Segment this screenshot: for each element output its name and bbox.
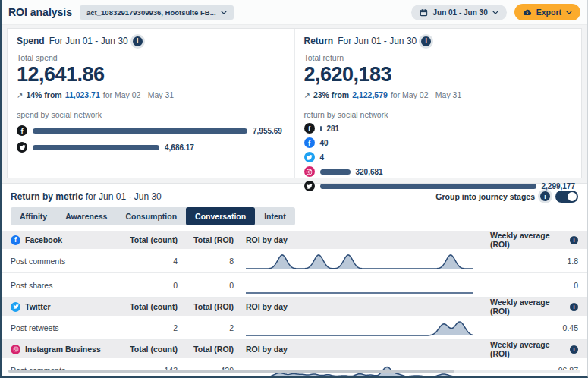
calendar-icon (420, 8, 428, 17)
return-panel: Return For Jun 01 - Jun 30 i Total retur… (294, 29, 582, 178)
export-label: Export (536, 8, 561, 17)
return-bar-twitter: 4 (304, 152, 573, 162)
twitter-icon (304, 152, 315, 162)
summary-cards: Spend For Jun 01 - Jun 30 i Total spend … (7, 28, 582, 178)
tab-consumption[interactable]: Consumption (116, 207, 186, 225)
facebook-icon: f (304, 137, 315, 148)
twitter-dark-icon (17, 142, 27, 153)
return-facebook-value: 40 (320, 139, 329, 147)
metric-name: Post retweets (11, 323, 109, 332)
increase-arrow-icon: ↗ (17, 91, 23, 99)
column-header-roi-by-day: ROI by day (234, 302, 490, 311)
return-bar-facebook: f 40 (304, 137, 573, 148)
column-header-count: Total (count) (109, 302, 178, 311)
horizontal-scrollbar[interactable] (8, 370, 580, 373)
tab-affinity[interactable]: Affinity (11, 207, 56, 225)
spend-bar-twitter: 4,686.17 (17, 142, 285, 153)
tab-awareness[interactable]: Awareness (56, 207, 116, 225)
spend-period: For Jun 01 - Jun 30 (49, 36, 128, 46)
chevron-down-icon (492, 11, 498, 14)
return-delta: ↗ 23% from 2,122,579 for May 02 - May 31 (304, 90, 573, 99)
return-breakdown-label: return by social network (304, 110, 573, 119)
export-button[interactable]: Export (514, 4, 580, 20)
return-previous-value-link[interactable]: 2,122,579 (352, 90, 388, 99)
section-network-name: Twitter (25, 302, 51, 311)
top-bar: ROI analysis act_108329179309936, Hootsu… (2, 0, 587, 25)
return-twitter-dark-value: 2,299,177 (542, 182, 576, 191)
return-instagram-bar (320, 169, 351, 175)
spend-title: Spend For Jun 01 - Jun 30 i (17, 36, 285, 46)
column-header-roi-by-day: ROI by day (234, 235, 490, 244)
return-by-metric-section: Return by metric for Jun 01 - Jun 30 Gro… (2, 183, 587, 378)
return-twitter-dark-bar (320, 184, 536, 189)
group-journey-stages-toggle[interactable] (555, 191, 578, 203)
return-facebook-page-value: 281 (327, 124, 340, 133)
spend-facebook-bar (33, 128, 247, 134)
spend-panel: Spend For Jun 01 - Jun 30 i Total spend … (8, 29, 294, 178)
date-range-picker[interactable]: Jun 01 - Jun 30 (411, 5, 506, 20)
chevron-down-icon (566, 11, 572, 14)
spend-delta-pct: 14% from (26, 90, 61, 99)
cloud-download-icon (523, 8, 532, 16)
spend-delta-period: for May 02 - May 31 (103, 90, 174, 99)
total-spend-label: Total spend (17, 53, 285, 62)
section-network-name: Instagram Business (25, 345, 101, 354)
metric-name: Post comments (11, 257, 109, 266)
page-title: ROI analysis (8, 6, 72, 18)
twitter-dark-icon (304, 181, 315, 191)
column-header-weekly-average: Weekly average (ROI) (490, 340, 566, 358)
account-selector[interactable]: act_108329179309936, Hootsuite FB... (80, 5, 234, 20)
return-twitter-value: 4 (320, 153, 325, 162)
metric-weekly-average: 0 (490, 281, 578, 290)
metrics-table: f Facebook Total (count) Total (ROI) ROI… (2, 231, 587, 378)
return-delta-pct: 23% from (313, 90, 349, 99)
return-bar-instagram: 320,681 (304, 166, 573, 177)
instagram-icon (304, 166, 315, 177)
account-selector-label: act_108329179309936, Hootsuite FB... (86, 8, 216, 17)
tab-intent[interactable]: Intent (255, 207, 295, 225)
facebook-icon: f (11, 235, 20, 245)
tab-conversation[interactable]: Conversation (186, 207, 255, 225)
spend-previous-value-link[interactable]: 11,023.71 (65, 90, 100, 99)
info-icon[interactable]: i (540, 191, 550, 201)
return-title-label: Return (304, 36, 334, 46)
roi-by-day-sparkline (246, 252, 473, 270)
column-header-roi: Total (ROI) (178, 302, 234, 311)
instagram-icon (11, 345, 20, 354)
return-by-metric-title-label: Return by metric (11, 191, 83, 202)
metric-count: 4 (109, 257, 178, 266)
metric-count: 2 (109, 323, 178, 332)
total-return-value: 2,620,183 (304, 63, 573, 87)
metric-weekly-average: 0.45 (490, 323, 578, 332)
roi-by-day-sparkline (246, 276, 473, 295)
column-header-roi-by-day: ROI by day (234, 345, 490, 354)
metric-roi: 0 (178, 281, 234, 290)
increase-arrow-icon: ↗ (304, 91, 310, 99)
spend-twitter-value: 4,686.17 (165, 143, 194, 152)
column-header-count: Total (count) (109, 345, 178, 354)
column-header-roi: Total (ROI) (178, 235, 234, 244)
spend-delta: ↗ 14% from 11,023.71 for May 02 - May 31 (17, 90, 285, 99)
info-icon[interactable]: i (133, 36, 143, 46)
return-title: Return For Jun 01 - Jun 30 i (304, 36, 573, 46)
metric-name: Post shares (11, 281, 109, 290)
horizontal-scrollbar-thumb[interactable] (8, 370, 454, 373)
journey-stage-tabs: Affinity Awareness Consumption Conversat… (11, 207, 295, 225)
spend-breakdown-label: spend by social network (17, 110, 285, 119)
column-header-count: Total (count) (109, 235, 178, 244)
section-header-facebook: f Facebook Total (count) Total (ROI) ROI… (2, 231, 587, 249)
info-icon[interactable]: i (570, 303, 578, 311)
date-range-label: Jun 01 - Jun 30 (432, 8, 487, 17)
column-header-roi: Total (ROI) (178, 345, 234, 354)
section-network-name: Facebook (25, 235, 62, 244)
metric-roi: 2 (178, 323, 234, 332)
spend-twitter-bar (33, 145, 159, 150)
spend-bar-facebook: f 7,955.69 (17, 125, 285, 136)
info-icon[interactable]: i (421, 36, 431, 46)
return-facebook-page-bar (320, 126, 322, 131)
return-instagram-value: 320,681 (356, 168, 383, 176)
info-icon[interactable]: i (570, 236, 578, 244)
chevron-down-icon (221, 11, 227, 14)
info-icon[interactable]: i (570, 345, 578, 354)
return-by-metric-period: for Jun 01 - Jun 30 (86, 191, 162, 202)
